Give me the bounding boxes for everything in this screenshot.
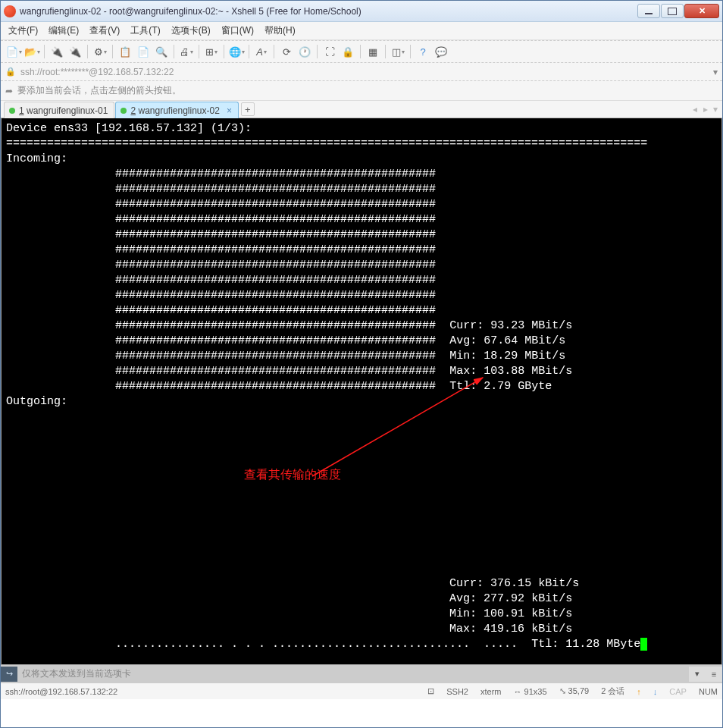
status-num: NUM <box>699 687 718 696</box>
menu-window[interactable]: 窗口(W) <box>221 24 254 37</box>
hint-text: 要添加当前会话，点击左侧的箭头按钮。 <box>17 84 181 97</box>
address-dropdown-icon[interactable]: ▾ <box>713 67 718 77</box>
menu-view[interactable]: 查看(V) <box>89 24 120 37</box>
tile-button[interactable]: ◫ <box>390 43 406 60</box>
lock-button[interactable]: 🔒 <box>340 43 356 60</box>
properties-button[interactable]: ⚙ <box>92 43 108 60</box>
compose-expand-button[interactable]: ≡ <box>706 667 722 682</box>
add-session-icon[interactable]: ➦ <box>5 86 13 96</box>
terminal-output[interactable]: Device ens33 [192.168.57.132] (1/3): ===… <box>1 118 722 664</box>
compose-dropdown-button[interactable]: ▾ <box>689 667 706 682</box>
status-protocol: SSH2 <box>446 687 468 696</box>
refresh-button[interactable]: ⟳ <box>278 43 295 60</box>
annotation-text: 查看其传输的速度 <box>244 467 341 482</box>
new-tab-button[interactable]: + <box>241 102 255 116</box>
down-arrow-icon[interactable]: ↓ <box>653 687 658 696</box>
hint-bar: ➦ 要添加当前会话，点击左侧的箭头按钮。 <box>1 80 722 100</box>
cursor-icon: ⤡ <box>559 686 566 695</box>
tab-nav-arrows[interactable]: ◂ ▸ ▾ <box>693 104 719 115</box>
fullscreen-button[interactable]: ⛶ <box>321 43 338 60</box>
close-tab-icon[interactable]: × <box>227 105 232 116</box>
address-bar: 🔒 ssh://root:********@192.168.57.132:22 … <box>1 62 722 80</box>
statusbar: ssh://root@192.168.57.132:22 ⊡ SSH2 xter… <box>1 682 722 699</box>
menu-file[interactable]: 文件(F) <box>8 24 38 37</box>
address-text[interactable]: ssh://root:********@192.168.57.132:22 <box>20 67 174 77</box>
help-button[interactable]: ? <box>415 43 431 60</box>
compose-input[interactable]: 仅将文本发送到当前选项卡 <box>17 667 689 680</box>
find-button[interactable]: 🔍 <box>153 43 170 60</box>
menu-tools[interactable]: 工具(T) <box>130 24 160 37</box>
status-terminal-type: xterm <box>480 687 502 696</box>
up-arrow-icon[interactable]: ↑ <box>637 687 641 696</box>
status-size: 91x35 <box>524 687 547 696</box>
menu-edit[interactable]: 编辑(E) <box>49 24 79 37</box>
minimize-button[interactable] <box>637 4 660 18</box>
lock-icon: 🔒 <box>5 67 16 77</box>
toolbar: 📄 📂 🔌 🔌 ⚙ 📋 📄 🔍 🖨 ⊞ 🌐 A ⟳ 🕐 ⛶ 🔒 ▦ ◫ ? 💬 <box>1 40 722 62</box>
feedback-button[interactable]: 💬 <box>433 43 449 60</box>
tab-session-2[interactable]: 2 wangrufienglinux-02 × <box>115 102 238 118</box>
disconnect-button[interactable]: 🔌 <box>67 43 83 60</box>
tab-session-1[interactable]: 1 wangruifenglinux-01 <box>4 102 114 118</box>
status-dot-icon <box>9 108 15 114</box>
ssh-icon: ⊡ <box>427 686 434 696</box>
new-session-button[interactable]: 📄 <box>5 43 22 60</box>
layout-button[interactable]: ⊞ <box>203 43 220 60</box>
print-button[interactable]: 🖨 <box>178 43 195 60</box>
open-button[interactable]: 📂 <box>23 43 40 60</box>
menu-help[interactable]: 帮助(H) <box>264 24 296 37</box>
reconnect-button[interactable]: 🔌 <box>49 43 65 60</box>
copy-button[interactable]: 📋 <box>117 43 133 60</box>
compose-bar-button[interactable]: ▦ <box>365 43 381 60</box>
app-icon <box>4 5 16 17</box>
menubar: 文件(F) 编辑(E) 查看(V) 工具(T) 选项卡(B) 窗口(W) 帮助(… <box>1 22 722 40</box>
status-cursor-pos: 35,79 <box>568 686 590 695</box>
status-connection: ssh://root@192.168.57.132:22 <box>5 687 117 696</box>
window-title: wangrufienglinux-02 - root@wangruifengli… <box>20 6 637 17</box>
status-dot-icon <box>121 108 127 114</box>
status-sessions: 2 会话 <box>601 686 624 697</box>
paste-button[interactable]: 📄 <box>135 43 152 60</box>
window-titlebar: wangrufienglinux-02 - root@wangruifengli… <box>1 1 722 22</box>
font-button[interactable]: A <box>253 43 270 60</box>
compose-send-button[interactable]: ↪ <box>1 667 17 682</box>
menu-tabs[interactable]: 选项卡(B) <box>171 24 211 37</box>
status-cap: CAP <box>669 687 687 696</box>
close-button[interactable]: ✕ <box>684 4 719 18</box>
history-button[interactable]: 🕐 <box>296 43 313 60</box>
terminal-cursor <box>640 638 647 651</box>
compose-bar: ↪ 仅将文本发送到当前选项卡 ▾ ≡ <box>1 664 722 682</box>
tabbar: 1 wangruifenglinux-01 2 wangrufienglinux… <box>1 100 722 118</box>
size-icon: ↔ <box>513 687 521 696</box>
maximize-button[interactable] <box>661 4 684 18</box>
language-button[interactable]: 🌐 <box>228 43 245 60</box>
